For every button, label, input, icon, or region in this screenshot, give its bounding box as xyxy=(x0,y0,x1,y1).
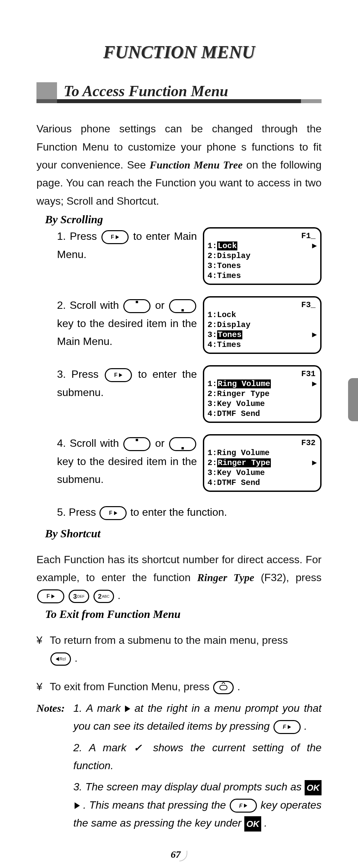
by-scrolling-heading: By Scrolling xyxy=(45,213,322,226)
screen-code: F32 xyxy=(207,438,317,448)
f-key-icon: F xyxy=(105,368,132,382)
f-key-icon: F xyxy=(273,720,301,734)
notes-block: Notes: 1. A mark at the right in a menu … xyxy=(36,699,322,836)
step-1: 1. Press F to enter Main Menu. F1_ 1:Loc… xyxy=(57,227,322,285)
step4-a: 4. Scroll with xyxy=(57,437,123,449)
page-title: FUNCTION MENU xyxy=(36,42,322,62)
check-icon: ✓ xyxy=(134,742,146,753)
triangle-right-icon xyxy=(74,802,80,809)
power-key-icon xyxy=(213,681,234,694)
step2-b: key to the desired item in the Main Menu… xyxy=(57,317,197,347)
f-key-icon: F xyxy=(101,230,129,244)
f-key-icon: F xyxy=(230,799,257,813)
down-key-icon xyxy=(169,437,196,451)
notes-label: Notes: xyxy=(36,699,65,836)
shortcut-2: (F32), press xyxy=(254,571,322,583)
exit-line-1: ¥To return from a submenu to the main me… xyxy=(36,631,322,667)
exit-2: To exit from Function Menu, press xyxy=(50,681,213,692)
step4-or: or xyxy=(155,437,168,449)
f-key-icon: F xyxy=(99,506,127,520)
triangle-right-icon xyxy=(125,706,130,712)
step-4: 4. Scroll with or key to the desired ite… xyxy=(57,434,322,492)
screen-code: F1_ xyxy=(207,231,317,241)
rcl-key-icon: Rcl xyxy=(51,652,71,666)
to-exit-heading: To Exit from Function Menu xyxy=(45,608,322,621)
down-key-icon xyxy=(169,299,196,313)
step3-a: 3. Press xyxy=(57,368,104,380)
screen-f1: F1_ 1:Lock▶ 2:Display 3:Tones 4:Times xyxy=(203,227,322,285)
side-tab xyxy=(348,378,358,421)
intro-term: Function Menu Tree xyxy=(150,159,242,171)
ok-badge: OK xyxy=(305,780,322,795)
note-3: 3. The screen may display dual prompts s… xyxy=(73,778,322,832)
note-1: 1. A mark at the right in a menu prompt … xyxy=(73,699,322,735)
by-shortcut-heading: By Shortcut xyxy=(45,527,322,540)
shortcut-paragraph: Each Function has its shortcut number fo… xyxy=(36,551,322,604)
screen-code: F31 xyxy=(207,369,317,379)
key-2-icon: 2ABC xyxy=(94,590,114,603)
exit-1: To return from a submenu to the main men… xyxy=(50,634,288,646)
key-3-icon: 3DEF xyxy=(69,590,89,603)
step5-b: to enter the function. xyxy=(130,506,227,518)
screen-code: F3_ xyxy=(207,300,317,310)
step4-b: key to the desired item in the submenu. xyxy=(57,455,197,485)
f-key-icon: F xyxy=(37,589,64,603)
up-key-icon xyxy=(123,299,151,313)
section-title: To Access Function Menu xyxy=(36,82,322,100)
step2-or: or xyxy=(155,299,168,311)
step-3: 3. Press F to enter the submenu. F31 1:R… xyxy=(57,365,322,423)
shortcut-term: Ringer Type xyxy=(197,571,254,583)
screen-f31: F31 1:Ring Volume▶ 2:Ringer Type 3:Key V… xyxy=(203,365,322,423)
step1-a: 1. Press xyxy=(57,230,101,242)
exit-line-2: ¥To exit from Function Menu, press . xyxy=(36,678,322,695)
screen-f3: F3_ 1:Lock 2:Display 3:Tones▶ 4:Times xyxy=(203,296,322,354)
page-number: 67 xyxy=(36,849,322,861)
section-header: To Access Function Menu xyxy=(36,82,322,103)
ok-badge: OK xyxy=(244,816,261,832)
step5-a: 5. Press xyxy=(57,506,99,518)
intro-paragraph: Various phone settings can be changed th… xyxy=(36,120,322,210)
step-2: 2. Scroll with or key to the desired ite… xyxy=(57,296,322,354)
step-5: 5. Press F to enter the function. xyxy=(57,503,322,521)
up-key-icon xyxy=(123,437,151,451)
step2-a: 2. Scroll with xyxy=(57,299,123,311)
screen-f32: F32 1:Ring Volume 2:Ringer Type▶ 3:Key V… xyxy=(203,434,322,492)
note-2: 2. A mark ✓ shows the current setting of… xyxy=(73,739,322,775)
